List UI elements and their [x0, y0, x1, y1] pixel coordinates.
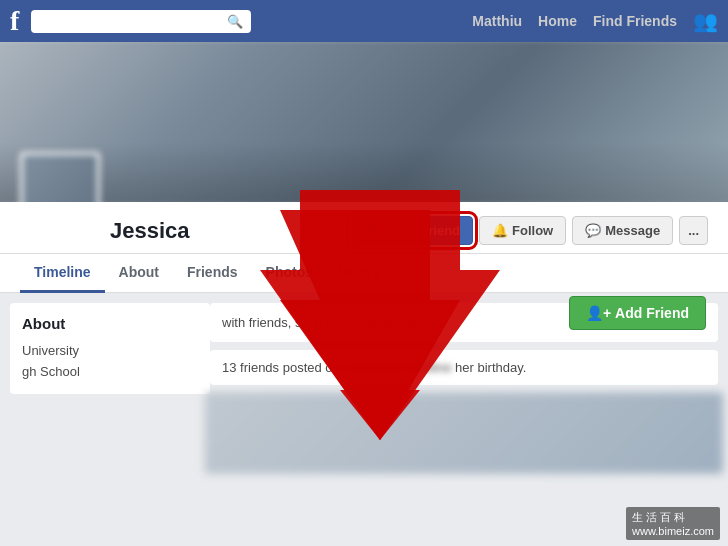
friend-request-prefix: with friends, [222, 315, 295, 330]
add-friend-icon: 👤+ [364, 223, 388, 238]
more-label: ... [688, 223, 699, 238]
tab-more[interactable]: More ▾ [327, 255, 390, 291]
friend-request-card: with friends, send her a friend request.… [210, 303, 718, 342]
sidebar-title: About [22, 315, 198, 332]
add-friend-green-button[interactable]: 👤+ Add Friend [569, 296, 706, 330]
tab-timeline[interactable]: Timeline [20, 254, 105, 293]
search-input[interactable] [39, 14, 227, 29]
more-button[interactable]: ... [679, 216, 708, 245]
tab-about[interactable]: About [105, 254, 173, 293]
cover-overlay [0, 142, 728, 202]
message-button[interactable]: 💬 Message [572, 216, 673, 245]
right-col: with friends, send her a friend request.… [210, 303, 718, 483]
add-friend-green-label: Add Friend [615, 305, 689, 321]
add-friend-green-icon: 👤+ [586, 305, 611, 321]
friend-request-link[interactable]: send her a friend request [295, 315, 440, 330]
left-col: About University gh School [10, 303, 210, 483]
people-icon[interactable]: 👥 [693, 9, 718, 33]
birthday-notice: 13 friends posted o n Jessica's Timeline… [210, 350, 718, 385]
nav-find-friends[interactable]: Find Friends [593, 13, 677, 29]
watermark-line1: 生 活 百 科 [632, 510, 714, 525]
birthday-blurred: n Jessica's Timeline [336, 360, 451, 375]
search-icon: 🔍 [227, 14, 243, 29]
friend-request-text: with friends, send her a friend request. [222, 315, 443, 330]
tab-photos[interactable]: Photos [252, 254, 327, 293]
birthday-text: 13 friends posted o n Jessica's Timeline… [222, 360, 526, 375]
nav-home[interactable]: Home [538, 13, 577, 29]
fb-logo: f [10, 5, 19, 37]
friend-request-period: . [440, 315, 444, 330]
profile-name-row: Jessica 👤+ Add Friend 🔔 Follow 💬 Message… [20, 210, 708, 253]
search-bar[interactable]: 🔍 [31, 10, 251, 33]
watermark: 生 活 百 科 www.bimeiz.com [626, 507, 720, 540]
cover-area [0, 42, 728, 202]
tab-nav: Timeline About Friends Photos More ▾ [0, 254, 728, 293]
sidebar-card: About University gh School [10, 303, 210, 394]
sidebar-highschool: gh School [22, 361, 198, 382]
navbar-right: Matthiu Home Find Friends 👥 [472, 9, 718, 33]
navbar-left: f 🔍 [10, 5, 251, 37]
main-content: About University gh School with friends,… [0, 293, 728, 493]
chevron-down-icon: ▾ [373, 265, 380, 281]
profile-bar: Jessica 👤+ Add Friend 🔔 Follow 💬 Message… [0, 202, 728, 254]
tab-friends[interactable]: Friends [173, 254, 252, 293]
navbar: f 🔍 Matthiu Home Find Friends 👥 [0, 0, 728, 42]
friend-request-row: with friends, send her a friend request.… [222, 315, 706, 330]
profile-name: Jessica [20, 218, 190, 244]
follow-button[interactable]: 🔔 Follow [479, 216, 566, 245]
add-friend-label: Add Friend [391, 223, 460, 238]
message-label: Message [605, 223, 660, 238]
tab-more-label: More [337, 265, 370, 281]
follow-icon: 🔔 [492, 223, 508, 238]
add-friend-button[interactable]: 👤+ Add Friend [351, 216, 473, 245]
message-icon: 💬 [585, 223, 601, 238]
sidebar-university: University [22, 340, 198, 361]
profile-picture [20, 152, 100, 202]
watermark-line2: www.bimeiz.com [632, 525, 714, 537]
blurred-content-area [205, 392, 723, 474]
nav-matthiu[interactable]: Matthiu [472, 13, 522, 29]
profile-actions: 👤+ Add Friend 🔔 Follow 💬 Message ... [351, 216, 708, 245]
follow-label: Follow [512, 223, 553, 238]
